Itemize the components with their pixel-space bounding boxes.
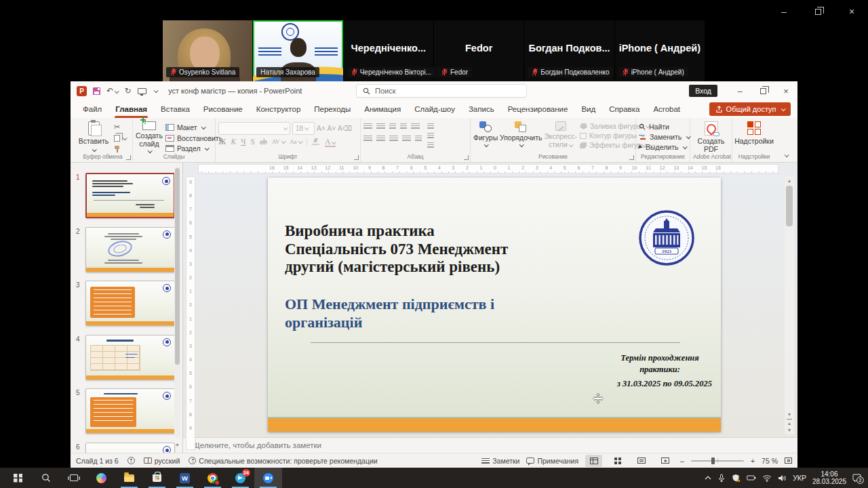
share-button[interactable]: Общий доступ: [709, 102, 791, 116]
notification-center-button[interactable]: 2: [852, 474, 861, 482]
copy-button[interactable]: [114, 134, 127, 142]
security-shield-icon[interactable]: [732, 474, 741, 483]
select-button[interactable]: Выделить: [639, 143, 690, 151]
zoom-close-button[interactable]: ×: [842, 4, 861, 19]
taskbar-search[interactable]: [32, 468, 60, 488]
align-right-button[interactable]: [389, 136, 398, 142]
notes-pane[interactable]: Щелкните, чтобы добавить заметки: [183, 437, 797, 453]
tab-Запись[interactable]: Запись: [462, 100, 501, 118]
window-minimize-button[interactable]: –: [728, 81, 751, 100]
quick-styles-button[interactable]: Экспресс-стили: [544, 120, 577, 153]
qat-customize-icon[interactable]: [154, 88, 158, 92]
notes-toggle-button[interactable]: Заметки: [481, 457, 519, 465]
replace-button[interactable]: Заменить: [639, 133, 690, 141]
window-restore-button[interactable]: [751, 81, 774, 100]
participant-tile[interactable]: Чередніченко...Чередніченко Вікторі...: [344, 20, 434, 81]
clock[interactable]: 14:06 28.03.2025: [812, 470, 846, 485]
battery-icon[interactable]: [747, 474, 756, 481]
text-shadow-button[interactable]: S: [251, 138, 255, 146]
char-spacing-button[interactable]: AV: [272, 138, 285, 145]
tab-Acrobat[interactable]: Acrobat: [646, 100, 687, 118]
comments-toggle-button[interactable]: Примечания: [526, 457, 578, 465]
tab-Главная[interactable]: Главная: [108, 100, 154, 118]
participant-tile[interactable]: Богдан Подков...Богдан Подковаленко: [524, 20, 614, 81]
previous-slide-icon[interactable]: ▲: [787, 421, 792, 426]
shapes-button[interactable]: Фигуры: [473, 120, 498, 153]
tab-Рецензирование[interactable]: Рецензирование: [501, 100, 575, 118]
taskbar-start[interactable]: [4, 468, 32, 488]
italic-button[interactable]: К: [231, 138, 236, 146]
font-size-combo[interactable]: 18: [292, 122, 315, 135]
taskbar-telegram[interactable]: 24: [226, 468, 254, 488]
create-pdf-button[interactable]: СоздатьPDF: [694, 120, 729, 153]
addins-button[interactable]: Надстройки: [736, 120, 772, 153]
participant-tile[interactable]: Osypenko Svitlana: [163, 20, 253, 81]
align-left-button[interactable]: [363, 136, 372, 142]
save-icon[interactable]: [93, 87, 100, 95]
tab-Рисование[interactable]: Рисование: [197, 100, 250, 118]
accessibility-checker-button[interactable]: Специальные возможности: проверьте реком…: [189, 457, 377, 465]
justify-button[interactable]: [402, 136, 411, 142]
slide-title[interactable]: Виробнича практика Спеціальність 073 Мен…: [285, 222, 508, 277]
slide-sorter-view-button[interactable]: [609, 455, 626, 467]
numbering-button[interactable]: [376, 123, 385, 130]
change-case-button[interactable]: Аа: [290, 138, 302, 145]
zoom-in-button[interactable]: +: [751, 457, 755, 465]
thumbnail-preview[interactable]: [85, 335, 175, 380]
find-button[interactable]: Найти: [639, 123, 690, 131]
vertical-scrollbar[interactable]: ▲ ▼ ▲ ▼: [785, 176, 794, 434]
tab-Справка[interactable]: Справка: [602, 100, 646, 118]
keyboard-language[interactable]: УКР: [793, 474, 806, 482]
highlight-color-button[interactable]: [312, 138, 320, 145]
practice-term-label[interactable]: Термін проходження практики:: [606, 352, 714, 375]
grow-font-button[interactable]: A˄: [317, 125, 326, 132]
taskbar-store[interactable]: [143, 468, 171, 488]
search-input[interactable]: Поиск: [356, 84, 527, 98]
dialog-launcher-icon[interactable]: [126, 155, 131, 160]
tab-Файл[interactable]: Файл: [76, 100, 108, 118]
tab-Вид[interactable]: Вид: [574, 100, 602, 118]
slide-thumbnail-5[interactable]: 5: [76, 388, 175, 434]
format-painter-button[interactable]: [114, 145, 127, 153]
slide-thumbnail-6[interactable]: 6: [76, 443, 175, 453]
scroll-down-icon[interactable]: ▼: [787, 412, 792, 418]
taskbar-zoom[interactable]: [254, 468, 282, 488]
thumbnail-preview[interactable]: [85, 443, 175, 453]
tab-Конструктор[interactable]: Конструктор: [250, 100, 308, 118]
columns-button[interactable]: [415, 136, 422, 142]
thumbnail-scrollbar[interactable]: [174, 167, 180, 438]
undo-button[interactable]: ↶: [106, 87, 119, 95]
wifi-icon[interactable]: [762, 474, 772, 482]
decrease-indent-button[interactable]: [389, 123, 396, 130]
font-color-button[interactable]: А: [325, 138, 336, 146]
shrink-font-button[interactable]: A˅: [328, 125, 336, 132]
taskbar-word[interactable]: W: [171, 468, 199, 488]
new-slide-button[interactable]: Создать слайд: [136, 120, 163, 153]
signin-button[interactable]: Вход: [689, 85, 717, 97]
reading-view-button[interactable]: [633, 455, 650, 467]
zoom-slider-thumb[interactable]: [711, 458, 715, 464]
bullets-button[interactable]: [363, 123, 372, 130]
tab-Анимация[interactable]: Анимация: [357, 100, 408, 118]
zoom-restore-button[interactable]: [808, 4, 827, 19]
taskbar-task-view[interactable]: [60, 468, 87, 488]
cut-button[interactable]: ✂: [114, 123, 127, 131]
tab-Вставка[interactable]: Вставка: [154, 100, 197, 118]
zoom-level[interactable]: 75 %: [762, 457, 778, 465]
dialog-launcher-icon[interactable]: [354, 155, 359, 160]
arrange-button[interactable]: Упорядочить: [500, 120, 541, 153]
dialog-launcher-icon[interactable]: [629, 155, 634, 160]
language-button[interactable]: русский: [144, 457, 180, 465]
strikethrough-button[interactable]: ab: [260, 138, 267, 146]
zoom-minimize-button[interactable]: –: [774, 4, 793, 19]
speaker-icon[interactable]: [778, 474, 787, 482]
redo-button[interactable]: ↻: [125, 87, 132, 95]
start-slideshow-button[interactable]: [138, 88, 146, 94]
align-center-button[interactable]: [376, 136, 385, 142]
slideshow-view-button[interactable]: [656, 455, 673, 467]
participant-tile[interactable]: Наталя Захарова: [253, 20, 343, 81]
reset-button[interactable]: Восстановить: [165, 134, 222, 143]
tab-Переходы[interactable]: Переходы: [307, 100, 357, 118]
slide-thumbnail-3[interactable]: 3: [76, 281, 175, 326]
clear-format-button[interactable]: A⌫: [338, 125, 352, 132]
